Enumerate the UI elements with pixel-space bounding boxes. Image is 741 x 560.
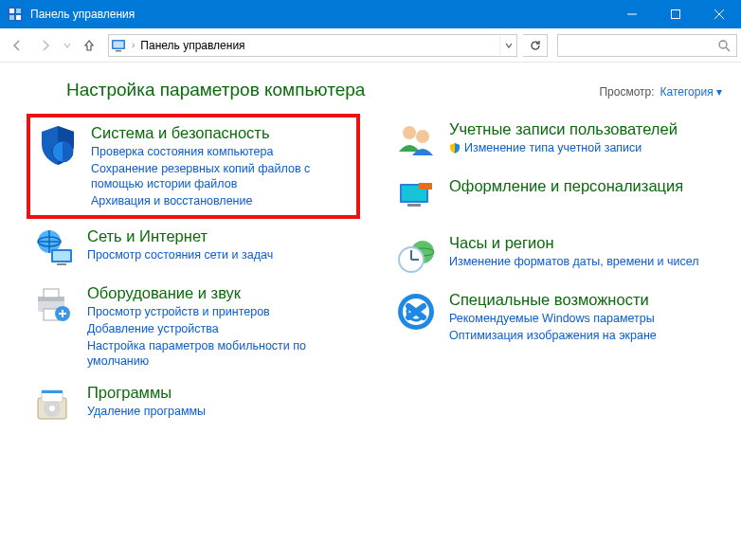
category-link[interactable]: Оптимизация изображения на экране bbox=[449, 328, 657, 344]
category-link[interactable]: Просмотр устройств и принтеров bbox=[87, 304, 354, 320]
category-link[interactable]: Просмотр состояния сети и задач bbox=[87, 247, 273, 263]
category-programs: Программы Удаление программы bbox=[27, 377, 360, 432]
breadcrumb-separator-icon: › bbox=[128, 40, 138, 50]
address-bar[interactable]: › Панель управления bbox=[108, 34, 517, 57]
network-icon bbox=[32, 226, 76, 270]
recent-dropdown[interactable] bbox=[61, 32, 74, 59]
category-link[interactable]: Изменение форматов даты, времени и чисел bbox=[449, 254, 699, 270]
chevron-down-icon: ▾ bbox=[716, 85, 722, 99]
category-title[interactable]: Система и безопасность bbox=[91, 123, 351, 143]
control-panel-icon bbox=[8, 7, 23, 22]
svg-point-34 bbox=[403, 126, 416, 139]
forward-button[interactable] bbox=[32, 32, 59, 59]
category-ease-of-access: Специальные возможности Рекомендуемые Wi… bbox=[389, 284, 722, 349]
svg-line-13 bbox=[726, 47, 730, 51]
category-system-security: Система и безопасность Проверка состояни… bbox=[27, 114, 360, 219]
search-input[interactable] bbox=[557, 34, 737, 57]
category-link[interactable]: Настройка параметров мобильности по умол… bbox=[87, 338, 354, 370]
column-left: Система и безопасность Проверка состояни… bbox=[27, 114, 360, 432]
svg-point-35 bbox=[416, 130, 429, 143]
view-by-value: Категория bbox=[660, 85, 714, 99]
close-button[interactable] bbox=[697, 0, 741, 28]
view-by-dropdown[interactable]: Категория ▾ bbox=[660, 85, 722, 99]
refresh-button[interactable] bbox=[523, 34, 548, 57]
uac-shield-icon bbox=[449, 142, 461, 154]
view-label: Просмотр: bbox=[599, 85, 660, 99]
svg-rect-28 bbox=[62, 310, 63, 317]
svg-point-31 bbox=[49, 406, 55, 411]
svg-rect-4 bbox=[16, 15, 21, 20]
programs-icon bbox=[32, 383, 76, 426]
svg-rect-20 bbox=[53, 251, 70, 261]
up-button[interactable] bbox=[76, 32, 102, 59]
category-title[interactable]: Учетные записи пользователей bbox=[449, 119, 678, 139]
svg-rect-38 bbox=[407, 204, 421, 207]
category-title[interactable]: Оформление и персонализация bbox=[449, 176, 683, 196]
category-clock-region: Часы и регион Изменение форматов даты, в… bbox=[389, 227, 722, 282]
category-link-text: Изменение типа учетной записи bbox=[464, 141, 642, 154]
svg-rect-2 bbox=[16, 9, 21, 13]
svg-rect-11 bbox=[116, 50, 121, 52]
personalization-icon bbox=[394, 176, 438, 220]
breadcrumb[interactable]: Панель управления bbox=[138, 39, 246, 52]
category-network: Сеть и Интернет Просмотр состояния сети … bbox=[27, 221, 360, 276]
svg-rect-6 bbox=[672, 10, 680, 19]
category-personalization: Оформление и персонализация bbox=[389, 171, 722, 226]
clock-icon bbox=[394, 233, 438, 277]
svg-rect-41 bbox=[420, 181, 421, 182]
category-link[interactable]: Сохранение резервных копий файлов с помо… bbox=[91, 161, 351, 193]
category-accounts: Учетные записи пользователей Изменение т… bbox=[389, 114, 722, 169]
category-link[interactable]: Удаление программы bbox=[87, 404, 206, 420]
titlebar: Панель управления bbox=[0, 0, 741, 28]
content-area: Настройка параметров компьютера Просмотр… bbox=[0, 63, 741, 442]
svg-rect-44 bbox=[425, 181, 426, 182]
category-title[interactable]: Оборудование и звук bbox=[87, 283, 354, 303]
category-link[interactable]: Рекомендуемые Windows параметры bbox=[449, 311, 657, 327]
maximize-button[interactable] bbox=[654, 0, 697, 28]
svg-rect-33 bbox=[42, 390, 63, 393]
svg-rect-24 bbox=[44, 289, 59, 298]
category-hardware: Оборудование и звук Просмотр устройств и… bbox=[27, 278, 360, 375]
window-title: Панель управления bbox=[30, 8, 135, 21]
svg-rect-3 bbox=[9, 15, 14, 20]
control-panel-icon bbox=[109, 38, 128, 53]
ease-of-access-icon bbox=[394, 290, 438, 334]
category-link[interactable]: Добавление устройства bbox=[87, 321, 354, 337]
svg-rect-1 bbox=[9, 9, 14, 13]
search-icon bbox=[717, 39, 731, 52]
page-title: Настройка параметров компьютера bbox=[66, 80, 599, 100]
svg-point-12 bbox=[719, 41, 727, 48]
category-link[interactable]: Проверка состояния компьютера bbox=[91, 144, 351, 160]
printer-icon bbox=[32, 283, 76, 327]
column-right: Учетные записи пользователей Изменение т… bbox=[389, 114, 722, 432]
svg-rect-10 bbox=[114, 41, 124, 47]
category-title[interactable]: Специальные возможности bbox=[449, 290, 657, 310]
address-history-dropdown[interactable] bbox=[499, 35, 516, 56]
navigation-bar: › Панель управления bbox=[0, 28, 741, 63]
category-title[interactable]: Сеть и Интернет bbox=[87, 226, 273, 246]
category-title[interactable]: Программы bbox=[87, 383, 206, 403]
shield-icon bbox=[36, 123, 80, 167]
category-title[interactable]: Часы и регион bbox=[449, 233, 699, 253]
svg-rect-42 bbox=[422, 181, 423, 182]
category-link[interactable]: Архивация и восстановление bbox=[91, 193, 351, 209]
svg-rect-43 bbox=[424, 181, 425, 182]
minimize-button[interactable] bbox=[610, 0, 654, 28]
svg-rect-21 bbox=[57, 263, 66, 265]
back-button[interactable] bbox=[4, 32, 30, 59]
category-link[interactable]: Изменение типа учетной записи bbox=[449, 140, 678, 156]
users-icon bbox=[394, 119, 438, 163]
